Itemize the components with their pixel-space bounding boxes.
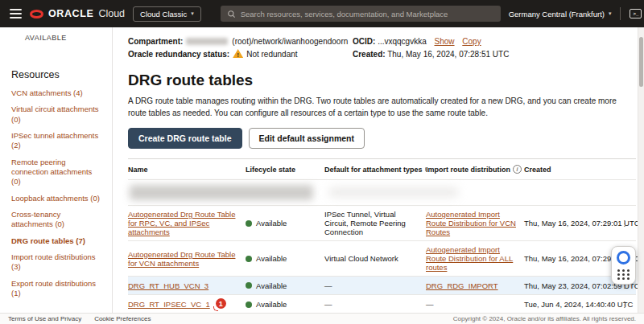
lifecycle-state-cell: Available [246, 277, 324, 294]
chevron-down-icon: ▾ [191, 10, 194, 17]
default-for-cell: IPSec Tunnel, Virtual Circuit, Remote Pe… [324, 206, 426, 240]
brand-cloud-text: Cloud [98, 8, 125, 19]
copyright-text: Copyright © 2024, Oracle and/or its affi… [453, 315, 636, 322]
redundancy-row: Oracle redundancy status:!Not redundant [128, 48, 353, 61]
status-dot-icon [246, 220, 252, 227]
created-cell: Thu, May 16, 2024, 07:29:01 UTC [524, 250, 619, 267]
column-header-import-route-distribution: Import route distribution i [426, 159, 524, 179]
route-table-name-link[interactable]: DRG_RT_HUB_VCN_3 [128, 281, 208, 290]
sidebar-item-virtual-circuit-attachments[interactable]: Virtual circuit attachments (0) [11, 105, 102, 125]
column-header-created: Created [524, 160, 619, 179]
oracle-cloud-logo[interactable]: ORACLE Cloud [30, 8, 125, 19]
created-cell: Thu, May 16, 2024, 07:29:01 UTC [524, 215, 619, 232]
table-row: DRG_RT_IPSEC_VC_11 Available — — Tue, Ju… [128, 295, 636, 313]
sidebar-item-import-route-distributions[interactable]: Import route distributions (3) [11, 252, 102, 273]
created-value: Thu, May 16, 2024, 07:28:51 UTC [387, 50, 509, 59]
hamburger-menu-icon[interactable] [10, 9, 22, 18]
redacted-row-blur [130, 185, 313, 200]
row-overflow-menu[interactable]: ⋮ [619, 297, 637, 313]
topbar-divider [620, 7, 621, 20]
main-content: Compartment:(root)/network/iwanhoogendoo… [114, 27, 638, 313]
topbar: ORACLE Cloud Cloud Classic ▾ Germany Cen… [0, 0, 644, 27]
region-label: Germany Central (Frankfurt) [509, 10, 605, 18]
vertical-scrollbar[interactable] [638, 27, 644, 313]
column-header-label: Import route distribution [426, 166, 510, 174]
import-distribution-link[interactable]: Autogenerated Import Route Distribution … [426, 245, 513, 272]
brand-oracle-text: ORACLE [48, 8, 93, 19]
sidebar-item-vcn-attachments[interactable]: VCN attachments (4) [11, 88, 102, 98]
sidebar: AVAILABLE Resources VCN attachments (4) … [0, 27, 113, 313]
route-table-name-link[interactable]: Autogenerated Drg Route Table for RPC, V… [128, 210, 235, 236]
compartment-row: Compartment:(root)/network/iwanhoogendoo… [128, 35, 353, 48]
route-table-name-link[interactable]: DRG_RT_IPSEC_VC_1 [128, 300, 210, 309]
drag-handle-icon[interactable] [617, 269, 630, 280]
created-cell: Tue, Jun 4, 2024, 14:40:40 UTC [524, 296, 619, 313]
create-drg-route-table-button[interactable]: Create DRG route table [128, 128, 242, 149]
column-header-lifecycle-state: Lifecycle state [246, 160, 324, 179]
table-row: Autogenerated Drg Route Table for VCN at… [128, 241, 636, 277]
footer: Terms of Use and Privacy Cookie Preferen… [0, 313, 644, 324]
drg-details-summary: Compartment:(root)/network/iwanhoogendoo… [128, 35, 636, 61]
column-header-label: Default for attachment types [324, 166, 423, 174]
sidebar-item-export-route-distributions[interactable]: Export route distributions (1) [11, 279, 102, 299]
created-row: Created: Thu, May 16, 2024, 07:28:51 UTC [353, 48, 636, 61]
compartment-label: Compartment: [128, 37, 183, 46]
lifecycle-state-cell: Available [246, 296, 324, 313]
table-row: DRG_RT_HUB_VCN_3 Available — DRG_RDG_IMP… [128, 277, 636, 295]
sidebar-item-loopback-attachments[interactable]: Loopback attachments (0) [11, 194, 102, 203]
page-title: DRG route tables [128, 72, 636, 89]
ocid-copy-link[interactable]: Copy [462, 37, 481, 46]
drg-route-tables-table: Name Lifecycle state Default for attachm… [128, 158, 636, 313]
cloud-shell-icon[interactable]: >_ [630, 9, 642, 18]
status-dot-icon [246, 256, 252, 262]
column-header-name: Name [128, 160, 246, 179]
import-distribution-link[interactable]: Autogenerated Import Route Distribution … [426, 210, 516, 236]
terms-link[interactable]: Terms of Use and Privacy [8, 315, 81, 322]
lifecycle-state-cell: Available [246, 250, 324, 267]
table-actions: Create DRG route table Edit default assi… [128, 128, 636, 149]
warning-icon: ! [233, 49, 243, 58]
table-row-redacted [128, 180, 636, 206]
sidebar-item-drg-route-tables[interactable]: DRG route tables (7) [11, 236, 102, 246]
ocid-show-link[interactable]: Show [435, 37, 455, 46]
scrollbar-thumb[interactable] [639, 37, 643, 87]
edit-default-assignment-button[interactable]: Edit default assignment [249, 128, 365, 149]
import-distribution-cell: — [426, 296, 524, 313]
cookie-preferences-link[interactable]: Cookie Preferences [94, 315, 151, 322]
ocid-row: OCID: ...vxqqcgvkka Show Copy [353, 35, 636, 48]
default-for-cell: — [324, 296, 426, 313]
browser-extension-overlay[interactable] [611, 246, 636, 285]
default-for-cell: — [324, 277, 426, 294]
status-label: Available [256, 300, 287, 309]
oracle-logo-icon [30, 10, 43, 18]
sidebar-item-remote-peering-attachments[interactable]: Remote peering connection attachments (0… [11, 158, 102, 187]
ocid-label: OCID: [353, 37, 375, 46]
redacted-row-blur [329, 187, 458, 197]
search-input[interactable] [241, 10, 494, 18]
search-icon [227, 10, 236, 18]
annotation-badge: 1 [216, 298, 226, 309]
table-row: Autogenerated Drg Route Table for RPC, V… [128, 206, 636, 241]
status-label: Available [256, 281, 287, 290]
topbar-right-controls: Germany Central (Frankfurt) ▾ >_ ? [509, 6, 644, 22]
default-for-cell: Virtual Cloud Network [324, 250, 426, 267]
created-cell: Thu, May 23, 2024, 07:02:59 UTC [524, 277, 619, 294]
extension-capture-icon[interactable] [617, 251, 630, 265]
sidebar-item-ipsec-tunnel-attachments[interactable]: IPSec tunnel attachments (2) [11, 131, 102, 151]
resource-status-text: AVAILABLE [11, 34, 102, 42]
sidebar-item-cross-tenancy-attachments[interactable]: Cross-tenancy attachments (0) [11, 210, 102, 230]
route-table-name-link[interactable]: Autogenerated Drg Route Table for VCN at… [128, 250, 235, 268]
info-icon[interactable]: i [513, 165, 522, 174]
cloud-classic-label: Cloud Classic [140, 10, 187, 18]
redundancy-label: Oracle redundancy status: [128, 50, 229, 59]
import-distribution-link[interactable]: DRG_RDG_IMPORT [426, 281, 498, 290]
status-dot-icon [246, 282, 252, 289]
row-overflow-menu[interactable]: ⋮ [619, 215, 637, 232]
lifecycle-state-cell: Available [246, 215, 324, 232]
status-label: Available [256, 254, 287, 263]
cloud-classic-button[interactable]: Cloud Classic ▾ [133, 6, 201, 22]
created-label: Created: [353, 50, 386, 59]
redacted-compartment-blur [186, 38, 228, 45]
global-search-bar[interactable] [221, 6, 501, 22]
region-selector[interactable]: Germany Central (Frankfurt) ▾ [509, 10, 612, 18]
